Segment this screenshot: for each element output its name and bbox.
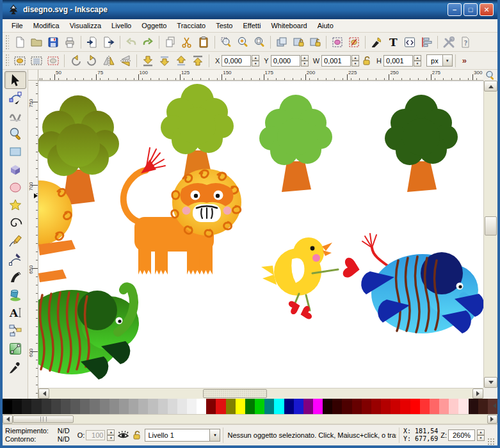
menu-livello[interactable]: Livello — [106, 20, 136, 31]
palette-swatch[interactable] — [138, 399, 148, 414]
scroll-right-button[interactable] — [472, 388, 483, 399]
vertical-scrollbar[interactable] — [483, 81, 497, 388]
canvas-object-chick[interactable] — [261, 237, 361, 321]
canvas-object-dark-green-tree[interactable] — [385, 95, 458, 192]
fill-stroke-indicator[interactable]: Riempimento: N/D Contorno: N/D — [5, 427, 70, 444]
palette-swatch[interactable] — [430, 399, 439, 414]
tool-dropper[interactable] — [4, 358, 26, 376]
zoom-spinner[interactable]: ▲▼ — [477, 429, 485, 441]
magnifier-icon[interactable] — [485, 70, 496, 81]
h-spinner[interactable]: ▲▼ — [414, 55, 421, 67]
import-icon[interactable] — [84, 35, 101, 50]
lock-ratio-icon[interactable] — [360, 53, 373, 68]
menu-aiuto[interactable]: Aiuto — [312, 20, 339, 31]
tool-zoom[interactable] — [4, 125, 26, 143]
text-dialog-icon[interactable]: T — [385, 35, 401, 50]
layer-visibility-eye-icon[interactable] — [117, 430, 129, 440]
palette-swatch[interactable] — [22, 399, 31, 414]
zoom-drawing-icon[interactable] — [234, 35, 251, 50]
document-properties-icon[interactable]: ? — [457, 35, 474, 50]
close-button[interactable]: ✕ — [480, 3, 494, 16]
palette-swatch[interactable] — [381, 399, 391, 414]
palette-left-arrow-icon[interactable] — [490, 403, 496, 408]
tool-rectangle[interactable] — [4, 143, 26, 161]
palette-swatch[interactable] — [478, 399, 488, 414]
tool-paint-bucket[interactable] — [4, 286, 26, 304]
lower-icon[interactable] — [156, 53, 173, 68]
canvas-object-yellow-green-tree[interactable] — [161, 84, 234, 181]
layer-select[interactable]: Livello 1 ▼ — [145, 429, 220, 442]
vertical-scroll-track[interactable] — [484, 92, 497, 377]
duplicate-icon[interactable] — [273, 35, 290, 50]
palette-swatch[interactable] — [187, 399, 197, 414]
export-icon[interactable] — [101, 35, 117, 50]
tool-pencil[interactable] — [4, 232, 26, 250]
cut-icon[interactable] — [179, 35, 195, 50]
select-all-layers-icon[interactable] — [28, 53, 45, 68]
zoom-page-icon[interactable] — [251, 35, 268, 50]
palette-scroll-right-button[interactable] — [487, 415, 497, 424]
tool-connector[interactable] — [4, 322, 26, 340]
window-resize-grip[interactable] — [487, 438, 495, 445]
chevron-down-icon[interactable]: ▼ — [442, 55, 452, 66]
menu-modifica[interactable]: Modifica — [28, 20, 65, 31]
w-input[interactable] — [321, 55, 351, 67]
h-input[interactable] — [383, 55, 413, 67]
palette-swatch[interactable] — [129, 399, 138, 414]
palette-scrollbar[interactable] — [3, 414, 497, 424]
redo-icon[interactable] — [140, 35, 156, 50]
toolbar-overflow-button[interactable]: » — [462, 56, 467, 65]
tool-ellipse[interactable] — [4, 179, 26, 196]
palette-swatch[interactable] — [458, 399, 468, 414]
opacity-spinner[interactable]: ▲▼ — [107, 429, 115, 441]
menu-effetti[interactable]: Effetti — [238, 20, 266, 31]
palette-swatch[interactable] — [303, 399, 313, 414]
palette-swatch[interactable] — [51, 399, 61, 414]
preferences-icon[interactable] — [440, 35, 457, 50]
canvas-object-blue-elephant[interactable] — [361, 234, 483, 333]
palette-swatch[interactable] — [400, 399, 410, 414]
unit-select[interactable]: px ▼ — [426, 54, 453, 67]
palette-swatch[interactable] — [206, 399, 216, 414]
vertical-ruler[interactable]: 750700650600 — [28, 81, 38, 399]
palette-swatch[interactable] — [284, 399, 294, 414]
rotate-cw-icon[interactable] — [84, 53, 101, 68]
canvas-object-light-green-tree[interactable] — [259, 95, 332, 192]
palette-swatch[interactable] — [109, 399, 119, 414]
palette-swatch[interactable] — [148, 399, 157, 414]
horizontal-scrollbar[interactable] — [38, 388, 483, 399]
palette-swatch[interactable] — [226, 399, 236, 414]
palette-swatch[interactable] — [31, 399, 41, 414]
palette-swatch[interactable] — [3, 399, 12, 414]
select-all-icon[interactable] — [12, 53, 28, 68]
raise-to-top-icon[interactable] — [190, 53, 206, 68]
menu-oggetto[interactable]: Oggetto — [136, 20, 172, 31]
xml-editor-icon[interactable] — [401, 35, 418, 50]
palette-swatch[interactable] — [42, 399, 51, 414]
palette-swatch[interactable] — [255, 399, 264, 414]
menu-testo[interactable]: Testo — [211, 20, 238, 31]
y-input[interactable] — [271, 55, 300, 67]
tool-tweak[interactable] — [4, 107, 26, 125]
palette-swatch[interactable] — [236, 399, 245, 414]
scroll-up-button[interactable] — [484, 81, 497, 92]
tool-box-3d[interactable] — [4, 161, 26, 179]
copy-icon[interactable] — [162, 35, 179, 50]
zoom-selection-icon[interactable] — [218, 35, 234, 50]
palette-swatch[interactable] — [313, 399, 323, 414]
horizontal-scroll-track[interactable] — [49, 388, 472, 399]
palette-swatch[interactable] — [332, 399, 342, 414]
fill-stroke-dialog-icon[interactable] — [368, 35, 385, 50]
palette-swatch[interactable] — [439, 399, 449, 414]
unlink-clone-icon[interactable] — [346, 35, 362, 50]
palette-swatch[interactable] — [119, 399, 129, 414]
palette-swatch[interactable] — [410, 399, 420, 414]
tool-selector[interactable] — [4, 71, 26, 89]
menu-whiteboard[interactable]: Whiteboard — [266, 20, 312, 31]
ungroup-icon[interactable] — [307, 35, 323, 50]
tool-text[interactable]: A — [4, 304, 26, 322]
menu-tracciato[interactable]: Tracciato — [172, 20, 211, 31]
scroll-left-button[interactable] — [38, 388, 49, 399]
canvas-object-green-elephant[interactable] — [38, 287, 139, 380]
palette-swatch[interactable] — [469, 399, 478, 414]
